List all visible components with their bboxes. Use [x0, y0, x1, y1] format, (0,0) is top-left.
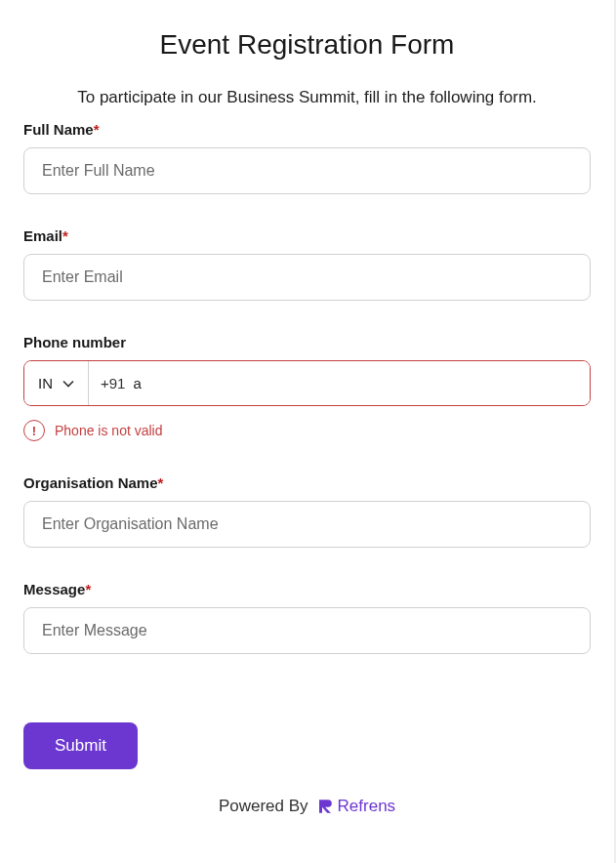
required-star: *	[62, 227, 68, 244]
phone-error-text: Phone is not valid	[55, 423, 163, 438]
phone-country-code: IN	[38, 375, 53, 391]
field-fullname: Full Name*	[23, 121, 591, 194]
form-title: Event Registration Form	[23, 29, 591, 61]
brand-name: Refrens	[338, 797, 396, 816]
email-label: Email*	[23, 227, 591, 244]
required-star: *	[158, 474, 164, 491]
message-input[interactable]	[23, 607, 591, 654]
field-message: Message*	[23, 581, 591, 654]
phone-error: ! Phone is not valid	[23, 420, 591, 441]
powered-by-text: Powered By	[219, 797, 308, 816]
error-icon: !	[23, 420, 45, 441]
brand-link[interactable]: Refrens	[316, 797, 396, 816]
organisation-label: Organisation Name*	[23, 474, 591, 491]
organisation-input[interactable]	[23, 501, 591, 548]
phone-number-area: +91	[89, 361, 590, 405]
phone-label: Phone number	[23, 334, 591, 350]
phone-dial-prefix: +91	[101, 375, 125, 391]
message-label-text: Message	[23, 581, 85, 597]
email-label-text: Email	[23, 227, 62, 244]
message-label: Message*	[23, 581, 591, 597]
organisation-label-text: Organisation Name	[23, 474, 158, 491]
fullname-label-text: Full Name	[23, 121, 94, 138]
phone-wrapper: IN +91	[23, 360, 591, 406]
field-organisation: Organisation Name*	[23, 474, 591, 548]
field-email: Email*	[23, 227, 591, 301]
fullname-label: Full Name*	[23, 121, 591, 138]
email-input[interactable]	[23, 254, 591, 301]
submit-button[interactable]: Submit	[23, 722, 138, 769]
chevron-down-icon	[62, 380, 74, 388]
phone-input[interactable]	[133, 375, 578, 391]
footer: Powered By Refrens	[23, 797, 591, 816]
brand-logo-icon	[316, 798, 334, 815]
field-phone: Phone number IN +91 ! Phone is not valid	[23, 334, 591, 441]
required-star: *	[85, 581, 91, 597]
required-star: *	[94, 121, 100, 138]
phone-country-select[interactable]: IN	[24, 361, 89, 405]
form-subtitle: To participate in our Business Summit, f…	[23, 88, 591, 107]
fullname-input[interactable]	[23, 147, 591, 194]
